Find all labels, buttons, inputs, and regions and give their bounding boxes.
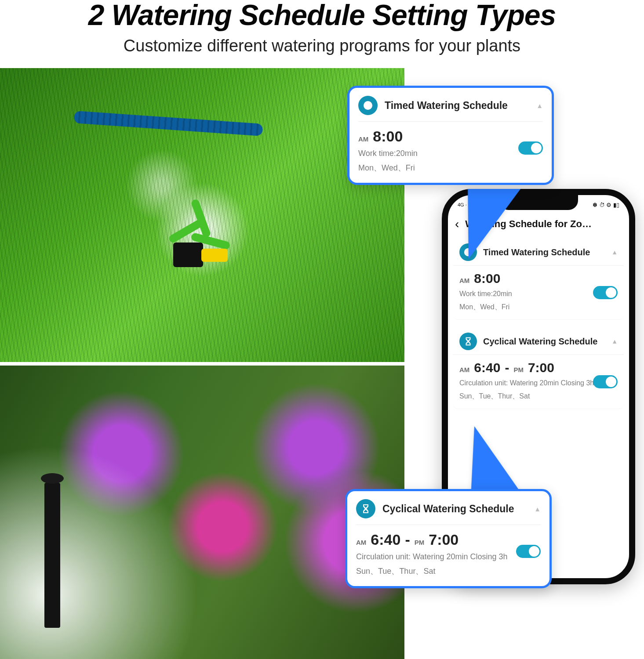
dash-label: - bbox=[405, 531, 410, 548]
end-time: 7:00 bbox=[528, 360, 554, 375]
start-time: 6:40 bbox=[371, 531, 400, 548]
ampm-label: AM bbox=[358, 135, 368, 143]
callout-timed-days: Mon、Wed、Fri bbox=[358, 162, 543, 174]
callout-timed-body: AM 8:00 Work time:20min Mon、Wed、Fri bbox=[358, 122, 543, 174]
callout-cyclic: Cyclical Watering Schedule ▲ AM 6:40 - P… bbox=[345, 489, 552, 588]
phone-cyclic-label: Cyclical Watering Schedule bbox=[483, 337, 597, 347]
callout-timed-header[interactable]: Timed Watering Schedule ▲ bbox=[358, 96, 543, 122]
callout-cyclic-label: Cyclical Watering Schedule bbox=[382, 503, 514, 515]
end-time: 7:00 bbox=[429, 531, 458, 548]
hourglass-icon bbox=[356, 499, 375, 518]
popup-sprinkler-prop bbox=[44, 483, 60, 628]
headline-subtitle: Customize different watering programs fo… bbox=[18, 36, 626, 55]
ampm-label: PM bbox=[415, 539, 425, 546]
rotary-sprinkler-prop bbox=[154, 200, 246, 275]
headline-title: 2 Watering Schedule Setting Types bbox=[18, 0, 626, 30]
phone-cyclic-days: Sun、Tue、Thur、Sat bbox=[459, 391, 618, 402]
headline: 2 Watering Schedule Setting Types Custom… bbox=[0, 0, 644, 55]
phone-timed-days: Mon、Wed、Fri bbox=[459, 302, 618, 312]
callout-timed: Timed Watering Schedule ▲ AM 8:00 Work t… bbox=[347, 86, 554, 185]
callout-timed-toggle[interactable] bbox=[518, 141, 543, 155]
chevron-up-icon: ▲ bbox=[611, 338, 618, 345]
garden-hose bbox=[74, 111, 263, 136]
phone-timed-body: AM 8:00 Work time:20min Mon、Wed、Fri bbox=[453, 266, 624, 319]
callout-timed-time: AM 8:00 bbox=[358, 128, 543, 145]
callout-timed-label: Timed Watering Schedule bbox=[385, 100, 508, 112]
phone-cyclic-header[interactable]: Cyclical Watering Schedule ▲ bbox=[453, 326, 624, 355]
flowerbed-photo bbox=[0, 366, 404, 659]
photo-column bbox=[0, 68, 404, 659]
clock-icon bbox=[358, 96, 378, 115]
ampm-label: AM bbox=[356, 539, 366, 546]
hourglass-icon bbox=[459, 333, 477, 350]
callout-cyclic-body: AM 6:40 - PM 7:00 Circulation unit: Wate… bbox=[356, 525, 541, 577]
phone-cyclic-toggle[interactable] bbox=[593, 375, 618, 388]
phone-timed-label: Timed Watering Schedule bbox=[483, 247, 590, 257]
phone-cyclic-time: AM 6:40 - PM 7:00 bbox=[459, 360, 618, 375]
chevron-up-icon: ▲ bbox=[611, 249, 618, 256]
callout-timed-worktime: Work time:20min bbox=[358, 148, 543, 159]
time-value: 8:00 bbox=[373, 128, 403, 145]
ampm-label: AM bbox=[459, 277, 469, 284]
callout-cyclic-header[interactable]: Cyclical Watering Schedule ▲ bbox=[356, 499, 541, 525]
callout-cyclic-toggle[interactable] bbox=[516, 545, 541, 558]
callout-cyclic-circulation: Circulation unit: Watering 20min Closing… bbox=[356, 551, 541, 563]
callout-cyclic-time: AM 6:40 - PM 7:00 bbox=[356, 531, 541, 548]
start-time: 6:40 bbox=[474, 360, 500, 375]
time-value: 8:00 bbox=[474, 271, 500, 286]
phone-cyclic-panel: Cyclical Watering Schedule ▲ AM 6:40 - P… bbox=[453, 326, 624, 409]
statusbar-right: ✽ ⏱ ⚙ ▮▯ bbox=[593, 202, 619, 208]
phone-cyclic-body: AM 6:40 - PM 7:00 Circulation unit: Wate… bbox=[453, 355, 624, 409]
dash-label: - bbox=[505, 360, 509, 375]
ampm-label: AM bbox=[459, 366, 469, 373]
callout-cyclic-days: Sun、Tue、Thur、Sat bbox=[356, 565, 541, 577]
ampm-label: PM bbox=[513, 366, 524, 373]
chevron-up-icon: ▲ bbox=[536, 102, 543, 109]
chevron-up-icon: ▲ bbox=[534, 505, 541, 513]
lawn-photo bbox=[0, 68, 404, 362]
phone-timed-toggle[interactable] bbox=[593, 286, 618, 299]
phone-timed-time: AM 8:00 bbox=[459, 271, 618, 286]
